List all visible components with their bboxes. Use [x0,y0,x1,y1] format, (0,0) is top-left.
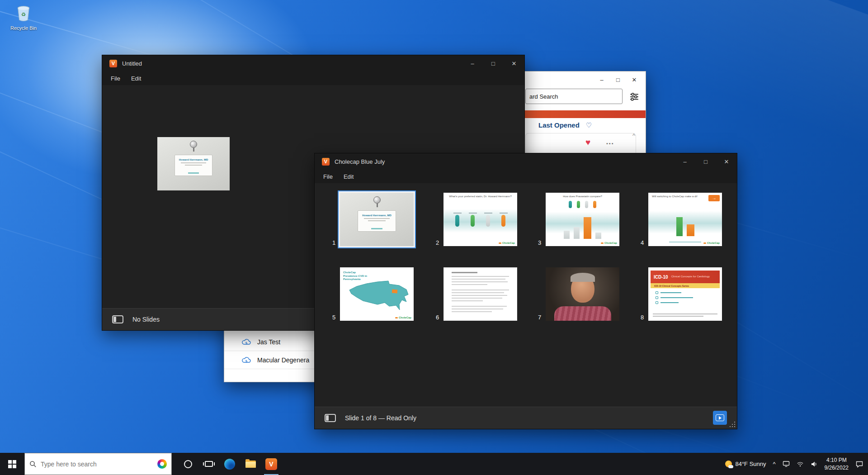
menu-edit[interactable]: Edit [131,75,141,82]
present-button[interactable] [713,411,727,425]
close-button[interactable]: ✕ [716,153,737,170]
menu-edit[interactable]: Edit [344,173,354,180]
slide-thumbnail-7[interactable]: 7 [546,267,619,321]
maximize-button[interactable]: □ [483,55,504,71]
badge-name: Howard Herrmann, MD [358,214,396,217]
slide-number: 7 [538,314,541,321]
library-search-input[interactable] [525,89,623,104]
presentation-titlebar[interactable]: V Cholecap Blue July – □ ✕ [315,153,737,170]
pill-icon [471,215,475,227]
icd-title: ICD-10 [654,275,668,280]
cortana-icon [184,460,192,468]
document-text-lines [452,276,509,312]
slide-5-preview: CholeCap Prevalence CVD in Pennsylvania … [340,267,414,321]
badge-clip [373,196,381,204]
maximize-button[interactable]: □ [695,153,716,170]
arrow-right-icon: → [708,195,720,201]
favorite-icon[interactable]: ♥ [585,138,590,147]
vablet-icon: V [265,458,277,470]
pill-icon [455,215,459,227]
pill-icon [577,201,580,208]
slide-thumbnail-2[interactable]: 2 What's your preferred statin, Dr. Howa… [443,193,517,246]
badge-slide-preview: Howard Herrmann, MD [157,137,230,190]
sidebar-toggle-icon[interactable] [325,414,336,422]
slide-thumbnail-3[interactable]: 3 How does Pravastatin compare? CholeCap [546,193,619,246]
menu-file[interactable]: File [111,75,120,82]
display-tray-icon[interactable] [783,461,790,467]
taskbar-search[interactable] [24,453,172,475]
slide-title: How does Pravastatin compare? [549,195,616,198]
edge-icon [224,459,235,470]
network-tray-icon[interactable] [797,461,804,467]
vablet-app-button[interactable]: V [261,453,282,475]
notification-icon [855,461,863,468]
close-button[interactable]: ✕ [504,55,524,71]
weather-widget[interactable]: 84°F Sunny [725,461,766,467]
slide-title: Will switching to CholeCap make a dif [652,195,707,198]
slide-4-preview: Will switching to CholeCap make a dif → … [648,193,722,246]
minimize-button[interactable]: – [675,153,695,170]
favorite-outline-icon[interactable]: ♡ [586,122,592,128]
us-map-icon [345,275,413,316]
cholecap-logo: CholeCap [703,242,720,244]
slide-number: 4 [641,239,644,246]
presentation-window: V Cholecap Blue July – □ ✕ File Edit 1 H… [314,153,737,429]
icd-subtitle: Clinical Concepts for Cardiology [671,275,710,278]
start-button[interactable] [0,453,24,475]
cortana-button[interactable] [178,453,198,475]
clock[interactable]: 4:10 PM 9/26/2022 [825,456,849,471]
pill-row [443,213,517,227]
notification-center-button[interactable] [855,461,863,468]
volume-tray-icon[interactable] [811,461,818,467]
search-icon [29,461,37,468]
maximize-button[interactable]: □ [612,74,624,85]
slide-6-preview [443,267,517,321]
untitled-titlebar[interactable]: V Untitled – □ ✕ [102,55,524,71]
cholecap-logo: CholeCap [395,316,411,319]
recycle-bin[interactable]: ♻ Recycle Bin [5,4,42,31]
text-line [181,162,207,163]
pill-icon [501,215,505,227]
sidebar-toggle-icon[interactable] [112,315,123,323]
badge-card: Howard Herrmann, MD [175,155,212,176]
minimize-button[interactable]: – [596,74,608,85]
floating-slide-thumbnail[interactable]: Howard Herrmann, MD [157,137,230,190]
slide-number: 2 [436,239,439,246]
filter-icon[interactable] [629,92,639,101]
badge-logo-stripe [371,228,382,229]
windows-logo-icon [8,460,16,468]
menu-file[interactable]: File [323,173,333,180]
window-controls: – □ ✕ [462,55,524,71]
slide-thumbnail-1[interactable]: 1 Howard Herrmann, MD [340,193,414,246]
presentation-statusbar: Slide 1 of 8 — Read Only [315,407,737,429]
slide-2-preview: What's your preferred statin, Dr. Howard… [443,193,517,246]
slide-title: What's your preferred statin, Dr. Howard… [447,195,514,198]
file-explorer-button[interactable] [240,453,261,475]
cloud-sync-icon [241,356,251,364]
task-view-button[interactable] [198,453,219,475]
speaker-hair [571,273,595,282]
window-title: Cholecap Blue July [335,158,385,165]
edge-button[interactable] [219,453,240,475]
hidden-icons-chevron[interactable]: ^ [773,461,776,467]
close-button[interactable]: ✕ [628,74,640,85]
more-options-icon[interactable]: ••• [606,141,614,146]
badge-clip [190,141,197,148]
scroll-up-icon[interactable]: ^ [632,132,635,139]
slide-thumbnail-4[interactable]: 4 Will switching to CholeCap make a dif … [648,193,722,246]
status-text: No Slides [132,316,160,323]
search-highlights-icon[interactable] [157,459,167,469]
slide-thumbnail-5[interactable]: 5 CholeCap Prevalence CVD in Pennsylvani… [340,267,414,321]
badge-logo-stripe [188,172,199,174]
resize-grip[interactable] [730,422,735,427]
slide-number: 5 [332,314,335,321]
slide-thumbnail-8[interactable]: 8 ICD-10 Clinical Concepts for Cardiolog… [648,267,722,321]
search-input[interactable] [41,461,153,468]
folder-icon [245,461,256,468]
weather-text: 84°F Sunny [735,461,766,467]
recycle-bin-label: Recycle Bin [5,25,42,31]
speaker-shirt [554,306,611,321]
bar-chart [648,217,722,236]
slide-thumbnail-6[interactable]: 6 [443,267,517,321]
minimize-button[interactable]: – [462,55,483,71]
